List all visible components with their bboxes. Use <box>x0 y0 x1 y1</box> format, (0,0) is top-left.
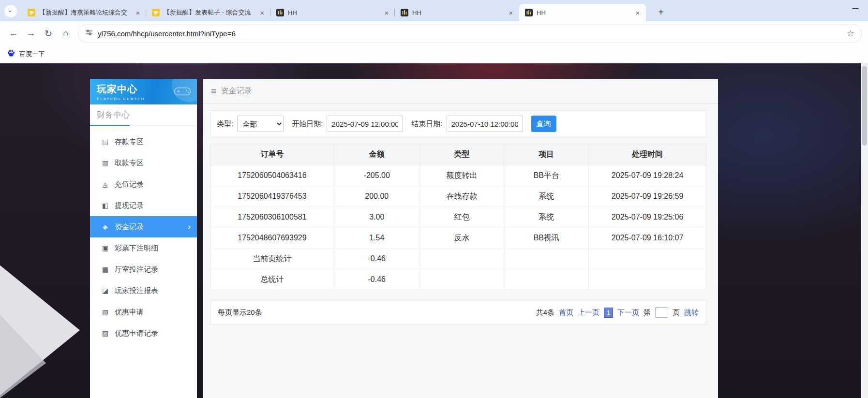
filter-panel: 类型: 全部 开始日期: 结束日期: 查询 <box>210 110 706 137</box>
sidebar-item-withdraw-zone[interactable]: ▥ 取款专区 <box>90 152 197 174</box>
home-button[interactable]: ⌂ <box>57 25 75 42</box>
tab-close-icon[interactable]: × <box>258 8 267 17</box>
cell-project: BB视讯 <box>504 228 589 249</box>
tab-title: HH <box>288 9 379 16</box>
new-tab-button[interactable]: + <box>654 5 668 19</box>
sidebar-section-finance: 财务中心 <box>90 104 197 126</box>
sidebar-item-label: 取款专区 <box>115 159 144 168</box>
jump-page-input[interactable] <box>655 307 668 318</box>
type-select[interactable]: 全部 <box>237 116 284 132</box>
tab-close-icon[interactable]: × <box>507 8 515 17</box>
sidebar-item-deposit-zone[interactable]: ▤ 存款专区 <box>90 131 197 152</box>
withdraw-icon: ▥ <box>101 159 109 167</box>
sidebar-item-player-bet-report[interactable]: ◪ 玩家投注报表 <box>90 280 197 301</box>
cell-type: 在线存款 <box>419 186 504 207</box>
sidebar-item-promo-apply[interactable]: ▧ 优惠申请 <box>90 301 197 323</box>
search-button[interactable]: 查询 <box>531 116 556 132</box>
table-row-total-stats: 总统计 -0.46 <box>210 269 706 290</box>
per-page-label: 每页显示20条 <box>218 308 262 317</box>
forward-button[interactable]: → <box>22 25 40 42</box>
cell-amount: 200.00 <box>334 186 419 207</box>
site-info-icon[interactable] <box>85 29 93 38</box>
forum-favicon <box>152 9 160 16</box>
hall-bet-icon: ▦ <box>101 265 109 273</box>
tab-close-icon[interactable]: × <box>134 8 142 17</box>
cell-empty <box>504 249 589 269</box>
end-date-label: 结束日期: <box>411 119 442 129</box>
col-process-time: 处理时间 <box>589 144 706 165</box>
hh-favicon <box>276 9 284 16</box>
cell-type: 额度转出 <box>419 165 504 186</box>
menu-icon: ≡ <box>211 86 217 97</box>
jump-button[interactable]: 跳转 <box>684 308 699 317</box>
lottery-detail-icon: ▣ <box>101 244 109 252</box>
tab-close-icon[interactable]: × <box>382 8 391 17</box>
cell-empty <box>589 249 706 269</box>
end-date-input[interactable] <box>447 116 523 132</box>
sidebar-item-label: 充值记录 <box>115 180 144 189</box>
start-date-input[interactable] <box>327 116 403 132</box>
cell-process-time: 2025-07-09 19:26:59 <box>589 186 706 207</box>
col-amount: 金额 <box>334 144 419 165</box>
reload-button[interactable]: ↻ <box>40 25 57 42</box>
gamepad-icon <box>172 86 193 99</box>
bookmark-star-icon[interactable]: ☆ <box>847 28 854 39</box>
page-scrollbar[interactable] <box>861 63 868 398</box>
sidebar-item-withdrawal-records[interactable]: ◧ 提现记录 <box>90 195 197 216</box>
sidebar-item-lottery-bet-detail[interactable]: ▣ 彩票下注明细 <box>90 237 197 259</box>
sidebar-item-fund-records[interactable]: ◈ 资金记录 › <box>90 216 197 237</box>
sidebar-item-hall-bet-records[interactable]: ▦ 厅室投注记录 <box>90 259 197 280</box>
page-header: ≡ 资金记录 <box>203 79 718 104</box>
bookmark-item-baidu[interactable]: 百度一下 <box>19 50 45 59</box>
page-background: 玩家中心 PLAYERS CENTER 财务中心 ▤ 存款专区 ▥ 取款专区 ◬… <box>0 63 868 398</box>
baidu-favicon <box>7 49 15 59</box>
browser-tab-forum-1[interactable]: 【新提醒】海燕策略论坛综合交 × <box>22 4 146 21</box>
back-button[interactable]: ← <box>5 25 22 42</box>
cell-process-time: 2025-07-09 19:25:06 <box>589 207 706 228</box>
sidebar-item-recharge-records[interactable]: ◬ 充值记录 <box>90 174 197 195</box>
prev-page-link[interactable]: 上一页 <box>578 308 599 317</box>
cell-stat-label: 当前页统计 <box>210 249 334 269</box>
cell-empty <box>504 269 589 290</box>
cell-order-number: 1752060419376453 <box>210 186 334 207</box>
sidebar-header: 玩家中心 PLAYERS CENTER <box>90 79 197 104</box>
url-text[interactable]: yl756.com/hhcp/usercenter.html?iniType=6 <box>98 29 847 38</box>
sidebar-menu: ▤ 存款专区 ▥ 取款专区 ◬ 充值记录 ◧ 提现记录 ◈ 资金记录 <box>90 126 197 344</box>
cell-stat-label: 总统计 <box>210 269 334 290</box>
col-type: 类型 <box>419 144 504 165</box>
recharge-icon: ◬ <box>101 180 109 188</box>
browser-tab-hh-active[interactable]: HH × <box>519 4 646 21</box>
address-bar[interactable]: yl756.com/hhcp/usercenter.html?iniType=6… <box>78 25 861 42</box>
tab-close-icon[interactable]: × <box>633 8 642 17</box>
first-page-link[interactable]: 首页 <box>559 308 573 317</box>
cell-order-number: 1752048607693929 <box>210 228 334 249</box>
browser-tab-forum-2[interactable]: 【新提醒】发表帖子 - 综合交流 × <box>146 4 270 21</box>
table-row: 1752048607693929 1.54 反水 BB视讯 2025-07-09… <box>210 228 706 249</box>
next-page-link[interactable]: 下一页 <box>617 308 639 317</box>
table-row: 1752060504063416 -205.00 额度转出 BB平台 2025-… <box>210 165 706 186</box>
browser-tab-hh-1[interactable]: HH × <box>270 4 395 21</box>
current-page-indicator[interactable]: 1 <box>604 308 613 318</box>
sidebar-item-label: 资金记录 <box>115 222 144 232</box>
fund-records-table: 订单号 金额 类型 项目 处理时间 1752060504063416 -205.… <box>210 144 706 290</box>
table-row: 1752060306100581 3.00 红包 系统 2025-07-09 1… <box>210 207 706 228</box>
jump-suffix-label: 页 <box>673 308 680 317</box>
bet-report-icon: ◪ <box>101 287 109 295</box>
tab-title: 【新提醒】发表帖子 - 综合交流 <box>164 8 255 17</box>
cell-empty <box>419 249 504 269</box>
minimize-button[interactable]: — <box>847 1 864 15</box>
sidebar-item-label: 玩家投注报表 <box>115 286 158 295</box>
forum-favicon <box>28 9 35 16</box>
sidebar-item-promo-apply-records[interactable]: ▨ 优惠申请记录 <box>90 323 197 344</box>
sidebar-item-label: 彩票下注明细 <box>115 244 158 253</box>
sidebar-item-label: 优惠申请 <box>115 308 144 317</box>
cell-amount: -0.46 <box>334 249 419 269</box>
sidebar-item-label: 优惠申请记录 <box>115 329 158 338</box>
browser-tab-hh-2[interactable]: HH × <box>395 4 519 21</box>
cell-process-time: 2025-07-09 19:28:24 <box>589 165 706 186</box>
scrollbar-thumb[interactable] <box>862 66 867 146</box>
tab-title: HH <box>412 9 504 16</box>
browser-navbar: ← → ↻ ⌂ yl756.com/hhcp/usercenter.html?i… <box>0 21 868 45</box>
col-project: 项目 <box>504 144 589 165</box>
tab-search-button[interactable]: › <box>4 5 17 17</box>
